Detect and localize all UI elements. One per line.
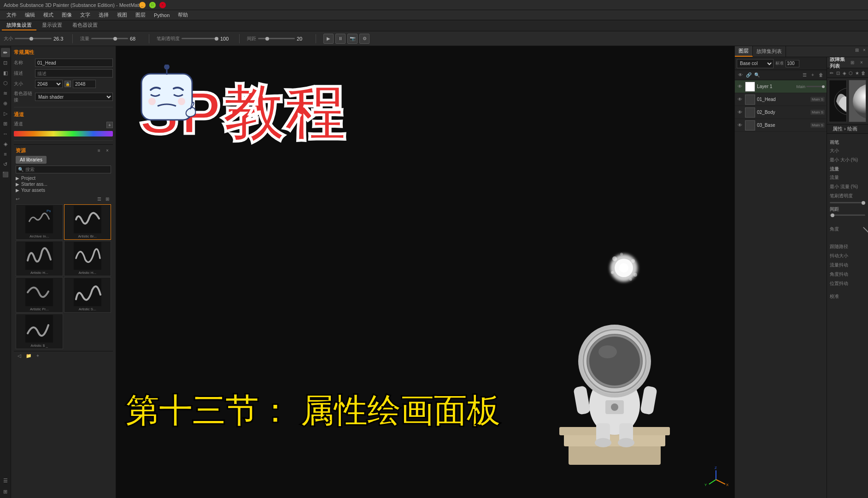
settings-btn[interactable]: ⚙ [359,34,369,44]
menu-edit[interactable]: 编辑 [21,11,39,19]
eraser-tool-icon[interactable]: ⊡ [1,58,10,67]
menu-python[interactable]: Python [150,12,173,19]
shader-select[interactable]: Main shader [35,93,113,101]
layers-list: 👁 Layer 1 Main 👁 01_Head [735,80,827,498]
maximize-btn[interactable]: □ [149,2,156,8]
resources-menu-btn[interactable]: ≡ [95,147,103,154]
brush-item-2[interactable]: Artistic H... [16,241,63,276]
lib-tab-all[interactable]: All libraries [16,156,47,164]
clone-tool-icon[interactable]: ⊕ [1,99,10,108]
brush-close-btn[interactable]: × [858,59,865,66]
layer-eye-0[interactable]: 👁 [737,83,743,90]
add-item-btn[interactable]: + [34,352,41,360]
menu-select[interactable]: 选择 [95,11,112,19]
layer-mini-slider-0[interactable] [806,86,825,87]
name-label: 名称 [14,59,32,66]
prev-page-btn[interactable]: ◁ [16,352,23,360]
spacing-slider[interactable] [258,38,295,39]
size-input[interactable] [73,80,96,88]
layer-opacity-input[interactable] [786,60,799,67]
tab-layers[interactable]: 图层 [735,46,753,57]
desc-input[interactable] [35,69,113,77]
close-btn[interactable]: × [159,2,166,8]
paint-tool-icon[interactable]: ✏ [1,48,10,57]
menu-mode[interactable]: 模式 [40,11,57,19]
menu-image[interactable]: 图像 [58,11,76,19]
brush-layer-icon[interactable]: ⊡ [835,69,841,77]
list-view-btn[interactable]: ☰ [95,195,103,202]
size-slider[interactable] [15,38,52,39]
brush-fx-icon[interactable]: ★ [854,69,860,77]
resources-close-btn[interactable]: × [104,147,111,154]
layer-menu-btn[interactable]: ☰ [801,71,808,79]
pause-btn[interactable]: ⏸ [335,34,346,44]
viewer-icon[interactable]: ⬛ [1,170,10,179]
projection-tool-icon[interactable]: ◧ [1,68,10,77]
layer-item-1[interactable]: 👁 01_Head Main S [735,93,827,106]
color-pick-icon[interactable]: ◈ [1,139,10,148]
camera-btn[interactable]: 📷 [347,34,358,44]
tab-brush-list[interactable]: 故障集列表 [753,46,786,57]
layer-delete-btn[interactable]: 🗑 [817,71,825,79]
layer-eye-2[interactable]: 👁 [737,109,743,116]
brush-mask-icon[interactable]: ⬡ [848,69,853,77]
opacity-slider-full[interactable] [830,202,865,203]
grid-view-btn[interactable]: ⊞ [104,195,111,202]
layer-add-btn[interactable]: + [809,71,816,79]
layer-name-2: 02_Body [757,110,809,115]
play-btn[interactable]: ▶ [323,34,334,44]
minimize-btn[interactable]: _ [139,2,146,8]
layer-item-0[interactable]: 👁 Layer 1 Main [735,80,827,93]
layer-search-btn[interactable]: 🔍 [753,71,761,79]
brush-item-0[interactable]: Ps Archive In... [16,204,63,240]
measure-tool-icon[interactable]: ↔ [1,129,10,138]
lock-btn[interactable]: 🔒 [65,81,71,87]
layer-channel-select[interactable]: Base col [737,59,774,68]
brush-item-4[interactable]: Artistic Pr... [16,277,63,313]
brush-item-3[interactable]: Artistic H... [64,241,111,276]
menu-text[interactable]: 文字 [76,11,94,19]
list-view-icon[interactable]: ☰ [1,476,10,485]
right-panel-expand-btn[interactable]: ⊞ [853,46,861,53]
menu-help[interactable]: 帮助 [174,11,192,19]
tree-item-project[interactable]: ▶Project [16,175,111,181]
tree-item-your-assets[interactable]: ▶Your assets [16,187,111,193]
layer-eye-3[interactable]: 👁 [737,122,743,129]
fill-tool-icon[interactable]: ⬡ [1,78,10,88]
smudge-tool-icon[interactable]: ≋ [1,89,10,98]
tab-texture-set[interactable]: 故障集设置 [2,21,36,30]
flow-slider[interactable] [91,38,128,39]
tab-display[interactable]: 显示设置 [37,21,67,30]
tab-shader[interactable]: 着色器设置 [68,21,102,30]
shader-row: 着色器链接 Main shader [14,90,113,103]
layers-icon[interactable]: ≡ [1,149,10,159]
menu-layer[interactable]: 图层 [132,11,149,19]
spacing-slider-full[interactable] [830,214,865,216]
brush-expand-btn[interactable]: ⊞ [849,59,856,66]
brush-item-1[interactable]: Artistic Br... [64,204,111,240]
search-input[interactable] [25,167,109,172]
layer-eye-1[interactable]: 👁 [737,96,743,103]
transform-tool-icon[interactable]: ⊞ [1,119,10,128]
brush-color-icon[interactable]: ◈ [842,69,847,77]
layer-item-3[interactable]: 👁 03_Base Main S [735,119,827,132]
right-panel-close-btn[interactable]: × [861,46,868,53]
name-input[interactable] [35,59,113,67]
menu-file[interactable]: 文件 [3,11,20,19]
opacity-slider[interactable] [182,38,218,39]
layer-item-2[interactable]: 👁 02_Body Main S [735,106,827,119]
brush-item-5[interactable]: Artistic S... [64,277,111,313]
menu-view[interactable]: 视图 [113,11,131,19]
brush-item-6[interactable]: Artistic $ _ [16,314,63,349]
folder-btn[interactable]: 📁 [25,352,32,360]
select-tool-icon[interactable]: ▷ [1,109,10,118]
history-icon[interactable]: ↺ [1,160,10,169]
brush-paint-icon[interactable]: ✏ [829,69,834,77]
tree-item-starter[interactable]: ▶Starter ass... [16,181,111,187]
add-channel-btn[interactable]: + [106,122,113,128]
layer-link-btn[interactable]: 🔗 [745,71,752,79]
layer-eye-btn[interactable]: 👁 [737,71,744,79]
size-select[interactable]: 2048 1024 4096 [35,80,63,88]
brush-trash-icon[interactable]: 🗑 [861,69,866,77]
grid-view-icon[interactable]: ⊞ [1,487,10,496]
